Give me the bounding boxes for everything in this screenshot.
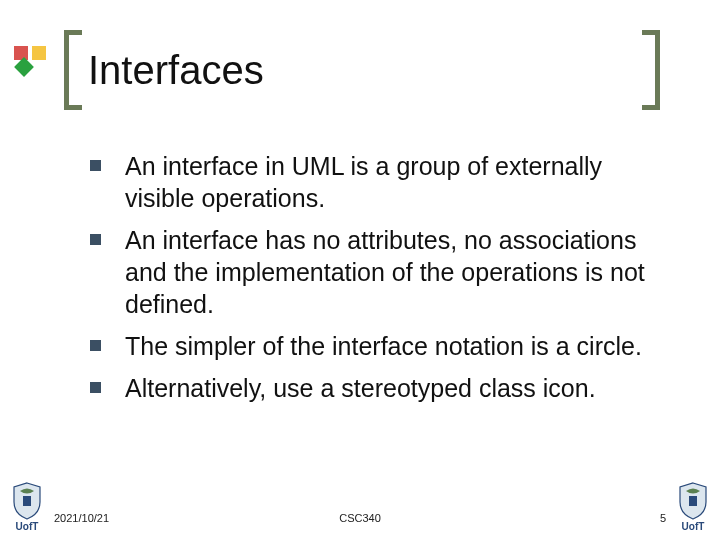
list-item: An interface in UML is a group of extern…	[90, 150, 660, 214]
svg-rect-1	[689, 496, 697, 506]
bracket-right-icon	[642, 30, 660, 110]
bullet-icon	[90, 382, 101, 393]
title-bar: Interfaces	[64, 30, 660, 110]
bullet-text: An interface in UML is a group of extern…	[125, 150, 660, 214]
footer: 2021/10/21 CSC340 5	[54, 512, 666, 524]
crest-icon	[10, 482, 44, 520]
bullet-icon	[90, 234, 101, 245]
bullet-icon	[90, 340, 101, 351]
bullet-text: Alternatively, use a stereotyped class i…	[125, 372, 596, 404]
bullet-icon	[90, 160, 101, 171]
crest-label: UofT	[672, 521, 714, 532]
bullet-text: The simpler of the interface notation is…	[125, 330, 642, 362]
list-item: An interface has no attributes, no assoc…	[90, 224, 660, 320]
university-crest-right: UofT	[672, 482, 714, 532]
footer-date: 2021/10/21	[54, 512, 109, 524]
crest-label: UofT	[6, 521, 48, 532]
slide-title: Interfaces	[88, 48, 264, 93]
bracket-left-icon	[64, 30, 82, 110]
svg-rect-0	[23, 496, 31, 506]
bullet-text: An interface has no attributes, no assoc…	[125, 224, 660, 320]
footer-course: CSC340	[339, 512, 381, 524]
list-item: The simpler of the interface notation is…	[90, 330, 660, 362]
footer-page-number: 5	[660, 512, 666, 524]
content-area: An interface in UML is a group of extern…	[90, 150, 660, 414]
list-item: Alternatively, use a stereotyped class i…	[90, 372, 660, 404]
crest-icon	[676, 482, 710, 520]
university-crest-left: UofT	[6, 482, 48, 532]
decorative-shapes-icon	[14, 46, 50, 76]
